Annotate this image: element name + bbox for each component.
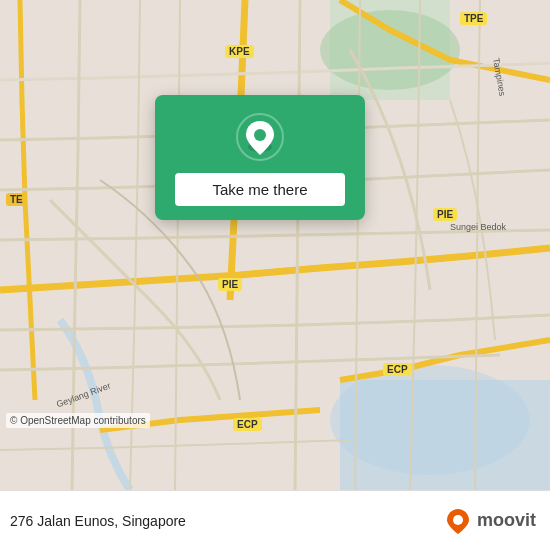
svg-point-3	[320, 10, 460, 90]
moovit-brand-text: moovit	[477, 510, 536, 531]
moovit-brand-icon	[443, 506, 473, 536]
location-pin-icon	[236, 113, 284, 161]
bottom-bar: 276 Jalan Eunos, Singapore moovit	[0, 490, 550, 550]
moovit-logo: moovit	[443, 506, 536, 536]
road-label-pie2: PIE	[433, 208, 457, 221]
road-label-ecp1: ECP	[383, 363, 412, 376]
road-label-te: TE	[6, 193, 27, 206]
road-label-kpe: KPE	[225, 45, 254, 58]
osm-attribution: © OpenStreetMap contributors	[6, 413, 150, 428]
svg-point-1	[330, 365, 530, 475]
map-container: KPE TPE PIE PIE ECP ECP TE Geylang River…	[0, 0, 550, 490]
svg-point-7	[453, 515, 463, 525]
address-text: 276 Jalan Eunos, Singapore	[10, 513, 186, 529]
road-label-tpe: TPE	[460, 12, 487, 25]
road-label-pie1: PIE	[218, 278, 242, 291]
road-label-ecp2: ECP	[233, 418, 262, 431]
svg-point-6	[254, 129, 266, 141]
location-card: Take me there	[155, 95, 365, 220]
take-me-there-button[interactable]: Take me there	[175, 173, 345, 206]
sungei-bedok-label: Sungei Bedok	[450, 222, 506, 232]
